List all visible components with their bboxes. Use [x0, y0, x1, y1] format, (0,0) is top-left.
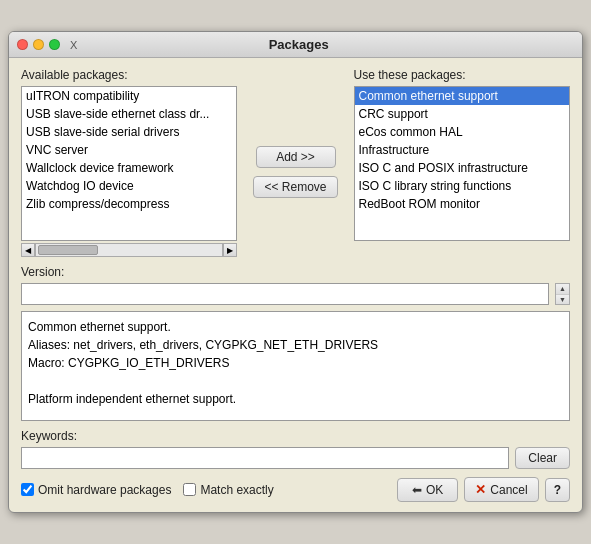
- list-item[interactable]: Watchdog IO device: [22, 177, 236, 195]
- cancel-button[interactable]: ✕ Cancel: [464, 477, 538, 502]
- ok-label: OK: [426, 483, 443, 497]
- keywords-row: Clear: [21, 447, 570, 469]
- list-item[interactable]: USB slave-side serial drivers: [22, 123, 236, 141]
- version-spinner[interactable]: ▲ ▼: [555, 283, 570, 305]
- list-item[interactable]: ISO C library string functions: [355, 177, 569, 195]
- omit-hardware-checkbox[interactable]: [21, 483, 34, 496]
- hscroll-track[interactable]: [35, 243, 223, 257]
- ok-button[interactable]: ⬅ OK: [397, 478, 458, 502]
- ok-arrow-icon: ⬅: [412, 483, 422, 497]
- hscroll-thumb[interactable]: [38, 245, 98, 255]
- list-item[interactable]: USB slave-side ethernet class dr...: [22, 105, 236, 123]
- version-section: Version: ▲ ▼: [21, 265, 570, 305]
- main-content: Available packages: uITRON compatibility…: [9, 58, 582, 512]
- packages-window: X Packages Available packages: uITRON co…: [8, 31, 583, 513]
- scroll-left-arrow[interactable]: ◀: [21, 243, 35, 257]
- description-box: Common ethernet support. Aliases: net_dr…: [21, 311, 570, 421]
- horizontal-scrollbar[interactable]: ◀ ▶: [21, 243, 237, 257]
- list-item[interactable]: CRC support: [355, 105, 569, 123]
- action-buttons: ⬅ OK ✕ Cancel ?: [397, 477, 570, 502]
- list-item[interactable]: Zlib compress/decompress: [22, 195, 236, 213]
- bottom-row: Omit hardware packages Match exactly ⬅ O…: [21, 477, 570, 502]
- list-item[interactable]: eCos common HAL: [355, 123, 569, 141]
- help-button[interactable]: ?: [545, 478, 570, 502]
- list-item[interactable]: VNC server: [22, 141, 236, 159]
- add-button[interactable]: Add >>: [256, 146, 336, 168]
- list-item[interactable]: Infrastructure: [355, 141, 569, 159]
- description-text: Common ethernet support. Aliases: net_dr…: [28, 320, 378, 406]
- cancel-label: Cancel: [490, 483, 527, 497]
- keywords-input[interactable]: [21, 447, 509, 469]
- keywords-label: Keywords:: [21, 429, 570, 443]
- title-x-icon: X: [70, 39, 77, 51]
- list-item[interactable]: uITRON compatibility: [22, 87, 236, 105]
- transfer-buttons: Add >> << Remove: [247, 68, 343, 257]
- scroll-right-arrow[interactable]: ▶: [223, 243, 237, 257]
- close-button[interactable]: [17, 39, 28, 50]
- spinner-up[interactable]: ▲: [556, 284, 569, 295]
- available-packages-panel: Available packages: uITRON compatibility…: [21, 68, 237, 257]
- titlebar: X Packages: [9, 32, 582, 58]
- window-title: Packages: [83, 37, 514, 52]
- remove-button[interactable]: << Remove: [253, 176, 337, 198]
- use-packages-panel: Use these packages: Common ethernet supp…: [354, 68, 570, 257]
- match-exactly-checkbox[interactable]: [183, 483, 196, 496]
- omit-hardware-label: Omit hardware packages: [38, 483, 171, 497]
- match-exactly-checkbox-label[interactable]: Match exactly: [183, 483, 273, 497]
- list-item[interactable]: ISO C and POSIX infrastructure: [355, 159, 569, 177]
- use-packages-list[interactable]: Common ethernet support CRC support eCos…: [354, 86, 570, 241]
- version-label: Version:: [21, 265, 570, 279]
- keywords-section: Keywords: Clear: [21, 429, 570, 469]
- list-item[interactable]: Wallclock device framework: [22, 159, 236, 177]
- version-row: ▲ ▼: [21, 283, 570, 305]
- spinner-down[interactable]: ▼: [556, 295, 569, 305]
- omit-hardware-checkbox-label[interactable]: Omit hardware packages: [21, 483, 171, 497]
- match-exactly-label: Match exactly: [200, 483, 273, 497]
- traffic-lights: [17, 39, 60, 50]
- list-item[interactable]: RedBoot ROM monitor: [355, 195, 569, 213]
- use-packages-label: Use these packages:: [354, 68, 570, 82]
- available-packages-list[interactable]: uITRON compatibility USB slave-side ethe…: [21, 86, 237, 241]
- version-input[interactable]: [21, 283, 549, 305]
- clear-button[interactable]: Clear: [515, 447, 570, 469]
- available-packages-label: Available packages:: [21, 68, 237, 82]
- cancel-x-icon: ✕: [475, 482, 486, 497]
- checkbox-group: Omit hardware packages Match exactly: [21, 483, 389, 497]
- top-section: Available packages: uITRON compatibility…: [21, 68, 570, 257]
- maximize-button[interactable]: [49, 39, 60, 50]
- minimize-button[interactable]: [33, 39, 44, 50]
- list-item[interactable]: Common ethernet support: [355, 87, 569, 105]
